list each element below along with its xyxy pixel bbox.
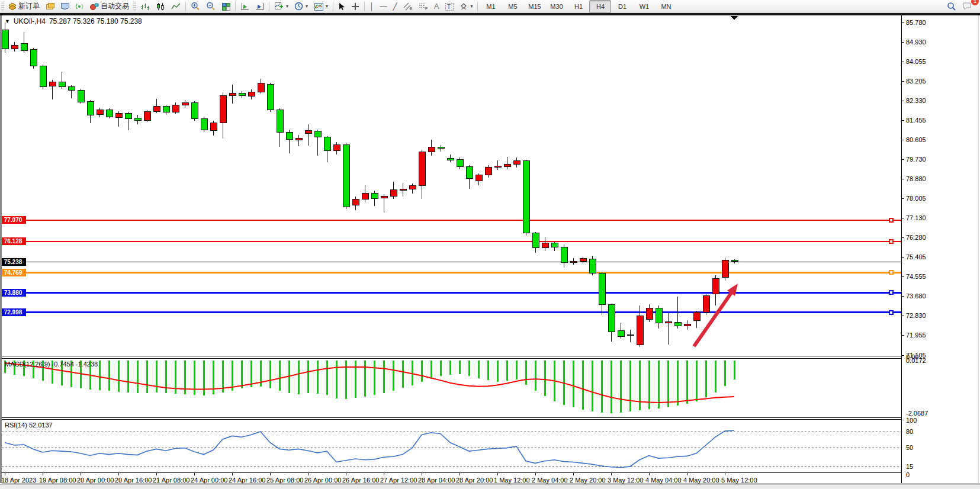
new-order-label: 新订单: [18, 1, 40, 11]
price-tick-label: 73.680: [906, 292, 926, 300]
svg-text:F: F: [425, 7, 428, 11]
line-chart-icon: [171, 2, 181, 11]
candle-body: [371, 194, 378, 199]
cursor-tool-button[interactable]: [335, 0, 348, 13]
candle-body: [30, 49, 37, 66]
bar-chart-button[interactable]: [137, 0, 153, 13]
candle-body: [295, 138, 302, 140]
shapes-caret[interactable]: ▾: [470, 4, 473, 9]
timeframe-m15[interactable]: M15: [523, 0, 545, 13]
monitor-icon: [60, 2, 69, 11]
candle-body: [11, 45, 18, 49]
vertical-line-tool[interactable]: │: [367, 0, 377, 13]
chart-area[interactable]: ▼ UKOil-,H4 75.287 75.326 75.180 75.238 …: [0, 15, 980, 484]
timeframe-m1[interactable]: M1: [480, 0, 502, 13]
timeframe-m5[interactable]: M5: [502, 0, 523, 13]
candle-body: [513, 160, 520, 165]
horizontal-line-tool[interactable]: —: [377, 0, 390, 13]
tile-windows-button[interactable]: [219, 0, 233, 13]
rsi-level-label: 50: [906, 444, 913, 451]
symbol-ohlc: 75.287 75.326 75.180 75.238: [49, 17, 142, 25]
auto-trading-button[interactable]: 自动交易: [87, 0, 132, 13]
symbol-header[interactable]: ▼ UKOil-,H4 75.287 75.326 75.180 75.238: [5, 17, 142, 25]
line-chart-button[interactable]: [168, 0, 184, 13]
mt4-window: 新订单 自动交易: [0, 0, 980, 489]
template-caret[interactable]: ▾: [326, 4, 328, 9]
candle-body: [580, 259, 586, 262]
text-tool[interactable]: A: [431, 0, 442, 13]
timeframe-h4[interactable]: H4: [589, 0, 611, 13]
auto-scroll-button[interactable]: [252, 0, 267, 13]
crosshair-icon: [351, 2, 359, 11]
equidistant-channel-tool[interactable]: E: [400, 0, 416, 13]
price-line-chip[interactable]: 76.128: [0, 237, 26, 245]
notifications-button[interactable]: 1: [959, 0, 975, 13]
symbol-dropdown-icon[interactable]: ▼: [5, 18, 10, 24]
crosshair-tool-button[interactable]: [348, 0, 362, 13]
candlestick-chart-button[interactable]: [153, 0, 168, 13]
chart-shift-button[interactable]: [237, 0, 252, 13]
market-watch-button[interactable]: [57, 0, 72, 13]
toolbar-drag-handle[interactable]: [1, 2, 4, 11]
cursor-icon: [338, 2, 345, 11]
timeframe-d1[interactable]: D1: [611, 0, 633, 13]
charts-button[interactable]: [43, 0, 57, 13]
price-tick-label: 83.205: [906, 78, 926, 85]
price-line-chip[interactable]: 73.880: [0, 289, 26, 297]
candle-body: [2, 30, 8, 49]
candle-body: [97, 110, 103, 114]
bar-chart-icon: [140, 2, 150, 11]
rsi-levels: [2, 432, 901, 467]
search-button[interactable]: [944, 0, 959, 13]
rsi-pane: [5, 430, 734, 468]
candle-body: [210, 123, 217, 130]
toolbar-drag-handle[interactable]: [133, 2, 136, 11]
candle-body: [656, 308, 662, 323]
time-axis-label: 4 May 04:00: [645, 477, 682, 484]
trendline-tool[interactable]: ╱: [390, 0, 400, 13]
candle-body: [134, 118, 141, 121]
time-axis-label: 1 May 12:00: [494, 477, 530, 484]
notification-badge: 1: [971, 0, 979, 5]
rsi-line: [5, 430, 734, 468]
signal-icon: [75, 2, 84, 11]
candle-body: [618, 331, 624, 337]
timeframe-mn[interactable]: MN: [655, 0, 677, 13]
shapes-icon: [460, 2, 468, 11]
candle-body: [115, 114, 122, 118]
candle-body: [229, 94, 236, 96]
zoom-in-button[interactable]: [188, 0, 203, 13]
candle-body: [693, 313, 700, 321]
symbol-title: UKOil-,H4: [14, 17, 46, 25]
price-line-chip[interactable]: 74.769: [0, 269, 26, 276]
candle-body: [532, 233, 539, 248]
template-button[interactable]: ▾: [311, 0, 331, 13]
new-order-button[interactable]: 新订单: [5, 0, 43, 13]
timeframe-m30[interactable]: M30: [545, 0, 567, 13]
add-indicator-caret[interactable]: ▾: [286, 4, 288, 9]
shapes-tool[interactable]: ▾: [457, 0, 475, 13]
timeframe-h1[interactable]: H1: [567, 0, 589, 13]
chart-shift-marker[interactable]: [731, 16, 738, 20]
zoom-out-button[interactable]: [203, 0, 219, 13]
time-axis-label: 20 Apr 00:00: [77, 477, 114, 484]
text-label-tool[interactable]: T: [442, 0, 457, 13]
candle-body: [153, 107, 160, 112]
period-button[interactable]: ▾: [291, 0, 311, 13]
period-caret[interactable]: ▾: [306, 4, 308, 9]
add-indicator-button[interactable]: ▾: [271, 0, 291, 13]
price-tick-label: 80.605: [906, 136, 926, 143]
price-tick-label: 72.830: [906, 312, 926, 319]
fibonacci-tool[interactable]: F: [416, 0, 431, 13]
timeframe-w1[interactable]: W1: [633, 0, 655, 13]
time-axis-label: 28 Apr 20:00: [456, 477, 493, 484]
price-line-chip[interactable]: 77.070: [0, 216, 26, 224]
horizontal-lines[interactable]: [2, 218, 901, 314]
signals-button[interactable]: [72, 0, 87, 13]
svg-text:E: E: [410, 7, 413, 11]
tile-windows-icon: [221, 2, 230, 11]
price-line-chip[interactable]: 72.998: [0, 308, 26, 316]
candle-body: [362, 194, 368, 200]
candle-body: [570, 262, 577, 262]
candle-body: [561, 247, 567, 262]
